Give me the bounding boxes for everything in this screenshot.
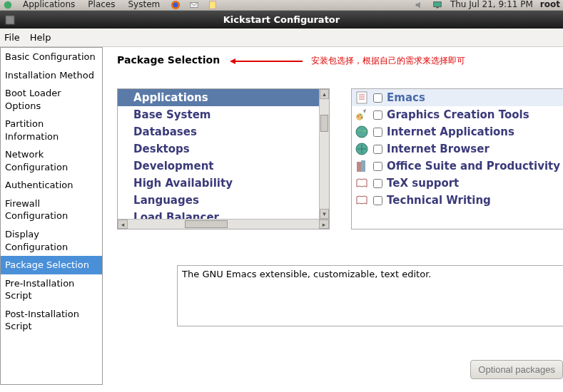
annotation-text: 安装包选择，根据自己的需求来选择即可 [311, 56, 465, 66]
sidebar-item-authentication[interactable]: Authentication [1, 176, 102, 195]
section-title: Package Selection [117, 54, 220, 66]
panel-menu-applications[interactable]: Applications [20, 0, 78, 9]
svg-point-15 [361, 117, 362, 118]
menu-file[interactable]: File [4, 32, 20, 43]
sidebar-item-installation-method[interactable]: Installation Method [1, 66, 102, 85]
svg-point-14 [360, 114, 361, 115]
sidebar-item-pre-installation-script[interactable]: Pre-Installation Script [1, 274, 102, 305]
svg-rect-6 [436, 7, 439, 9]
svg-rect-5 [434, 2, 442, 7]
package-checkbox-tech-writing[interactable] [373, 196, 382, 205]
package-checkbox-tex[interactable] [373, 179, 382, 188]
group-list: Applications Base System Databases Deskt… [117, 88, 330, 229]
scroll-left-icon[interactable]: ◂ [118, 220, 128, 229]
network-icon[interactable] [432, 0, 443, 10]
package-row-tex[interactable]: TeX support [352, 175, 563, 192]
package-checkbox-office[interactable] [373, 162, 382, 171]
panel-menu-system[interactable]: System [125, 0, 163, 9]
book-icon [355, 193, 369, 207]
package-label: TeX support [387, 177, 459, 190]
package-label: Emacs [387, 91, 425, 104]
group-item-languages[interactable]: Languages [118, 192, 329, 209]
package-row-graphics[interactable]: Graphics Creation Tools [352, 106, 563, 123]
package-label: Office Suite and Productivity [387, 160, 560, 172]
svg-rect-4 [210, 1, 216, 9]
group-item-databases[interactable]: Databases [118, 123, 329, 140]
svg-rect-8 [357, 92, 367, 103]
svg-point-16 [356, 126, 367, 138]
panel-datetime[interactable]: Thu Jul 21, 9:11 PM [450, 0, 533, 9]
group-hscrollbar[interactable]: ◂ ▸ [118, 219, 329, 229]
package-label: Technical Writing [387, 194, 491, 207]
gnome-panel: Applications Places System Thu Jul 21, 9… [0, 0, 563, 11]
sidebar-item-firewall-configuration[interactable]: Firewall Configuration [1, 195, 102, 225]
book-icon [355, 176, 369, 190]
scroll-up-icon[interactable]: ▴ [320, 89, 329, 99]
package-checkbox-internet-apps[interactable] [373, 128, 382, 137]
volume-icon[interactable] [413, 0, 425, 10]
panel-menu-places[interactable]: Places [85, 0, 118, 9]
package-list: Emacs Graphics Creation Tools Internet A… [351, 88, 563, 229]
emacs-icon [355, 91, 369, 105]
package-label: Graphics Creation Tools [387, 108, 529, 121]
gnome-foot-icon [3, 0, 13, 10]
package-checkbox-graphics[interactable] [373, 110, 382, 120]
group-item-base-system[interactable]: Base System [118, 106, 329, 123]
sidebar: Basic Configuration Installation Method … [0, 47, 103, 385]
package-description: The GNU Emacs extensible, customizable, … [177, 265, 563, 326]
window-titlebar[interactable]: Kickstart Configurator [0, 11, 563, 29]
sidebar-item-partition-information[interactable]: Partition Information [1, 115, 102, 145]
scroll-thumb[interactable] [320, 115, 328, 132]
sidebar-item-display-configuration[interactable]: Display Configuration [1, 225, 102, 256]
panel-user[interactable]: root [540, 0, 560, 9]
group-item-desktops[interactable]: Desktops [118, 140, 329, 158]
note-icon[interactable] [207, 0, 218, 10]
package-label: Internet Applications [387, 125, 514, 138]
sidebar-item-basic-configuration[interactable]: Basic Configuration [1, 48, 102, 66]
globe-icon [355, 125, 369, 139]
svg-rect-19 [361, 160, 365, 172]
menu-help[interactable]: Help [30, 32, 51, 43]
group-item-applications[interactable]: Applications [118, 89, 329, 106]
scroll-right-icon[interactable]: ▸ [319, 220, 329, 229]
sidebar-item-post-installation-script[interactable]: Post-Installation Script [1, 305, 102, 336]
group-item-load-balancer[interactable]: Load Balancer [118, 209, 329, 219]
scroll-down-icon[interactable]: ▾ [320, 209, 329, 219]
graphics-icon [355, 108, 369, 122]
group-vscrollbar[interactable]: ▴ ▾ [319, 89, 329, 219]
svg-rect-7 [6, 16, 14, 24]
hscroll-thumb[interactable] [185, 220, 228, 228]
svg-point-13 [357, 115, 359, 117]
window-icon [4, 14, 16, 31]
evolution-icon[interactable] [188, 0, 200, 10]
group-item-development[interactable]: Development [118, 158, 329, 175]
optional-packages-button[interactable]: Optional packages [470, 360, 563, 379]
firefox-icon[interactable] [170, 0, 181, 10]
app-menubar: File Help [0, 29, 563, 47]
package-checkbox-emacs[interactable] [373, 93, 382, 103]
office-icon [355, 159, 369, 173]
svg-point-12 [356, 113, 363, 120]
annotation-arrow [231, 61, 303, 62]
sidebar-item-package-selection[interactable]: Package Selection [1, 256, 102, 274]
group-item-high-availability[interactable]: High Availability [118, 175, 329, 192]
globe-arrow-icon [355, 142, 369, 156]
package-row-tech-writing[interactable]: Technical Writing [352, 192, 563, 209]
package-label: Internet Browser [387, 143, 490, 155]
package-checkbox-browser[interactable] [373, 145, 382, 154]
package-row-internet-apps[interactable]: Internet Applications [352, 123, 563, 140]
sidebar-item-network-configuration[interactable]: Network Configuration [1, 145, 102, 176]
sidebar-item-boot-loader-options[interactable]: Boot Loader Options [1, 84, 102, 115]
package-row-browser[interactable]: Internet Browser [352, 140, 563, 158]
svg-point-0 [4, 1, 12, 9]
package-row-emacs[interactable]: Emacs [352, 89, 563, 106]
svg-point-2 [173, 3, 178, 8]
window-title: Kickstart Configurator [223, 14, 340, 25]
svg-rect-18 [357, 162, 361, 172]
package-row-office[interactable]: Office Suite and Productivity [352, 158, 563, 175]
